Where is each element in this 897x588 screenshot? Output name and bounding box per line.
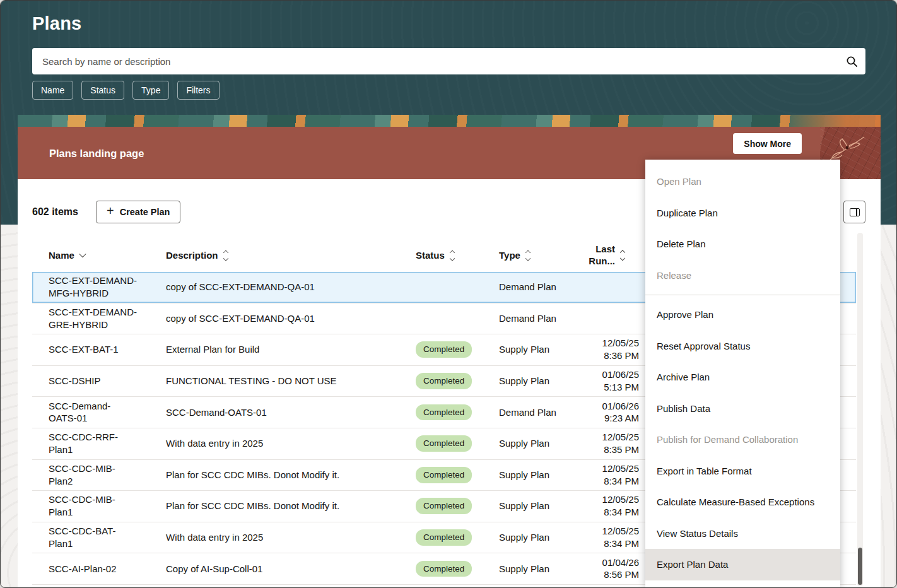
items-count: 602 items: [32, 206, 78, 218]
column-header-status[interactable]: Status: [416, 250, 493, 262]
column-label: Type: [499, 250, 520, 262]
plan-name: SCC-AI-Plan-02: [49, 563, 138, 575]
menu-item-reset-approval-status[interactable]: Reset Approval Status: [645, 331, 840, 362]
plan-description: FUNCTIONAL TESTING - DO NOT USE: [166, 375, 413, 387]
menu-item-view-status-details[interactable]: View Status Details: [645, 518, 840, 550]
show-more-button[interactable]: Show More: [733, 133, 802, 154]
menu-item-duplicate-plan[interactable]: Duplicate Plan: [645, 197, 840, 229]
banner-pattern-strip: [18, 115, 881, 127]
plan-type: Supply Plan: [499, 500, 580, 513]
create-plan-button[interactable]: + Create Plan: [96, 201, 180, 223]
plan-status: Completed: [416, 404, 493, 421]
filter-chip-filters[interactable]: Filters: [177, 81, 219, 100]
menu-item-publish-for-demand-collaboration: Publish for Demand Collaboration: [645, 424, 840, 456]
sort-toggle-icon: [526, 251, 530, 261]
search-input[interactable]: [32, 48, 838, 74]
plan-description: copy of SCC-EXT-DEMAND-QA-01: [166, 281, 413, 293]
menu-item-publish-data[interactable]: Publish Data: [645, 393, 840, 425]
plan-status: Completed: [416, 467, 493, 483]
plan-type: Demand Plan: [499, 312, 580, 325]
plan-last-run: 12/05/258:35 PM: [586, 431, 639, 456]
last-run-time: 8:35 PM: [586, 444, 639, 456]
menu-item-delete-plan[interactable]: Delete Plan: [645, 228, 840, 260]
plan-type: Demand Plan: [499, 406, 580, 419]
plan-name: SCC-EXT-DEMAND-MFG-HYBRID: [49, 275, 138, 300]
banner-title: Plans landing page: [49, 147, 144, 159]
plan-name: SCC-EXT-BAT-1: [49, 344, 138, 356]
plan-type: Supply Plan: [499, 531, 580, 544]
last-run-date: 01/06/25: [586, 368, 639, 381]
status-badge: Completed: [416, 467, 472, 483]
last-run-time: 8:34 PM: [586, 475, 639, 488]
last-run-date: 12/05/25: [586, 494, 639, 507]
plan-name: SCC-Demand-OATS-01: [49, 400, 138, 425]
last-run-date: 12/05/25: [586, 338, 639, 350]
plus-icon: +: [107, 204, 114, 218]
search-icon[interactable]: [838, 56, 865, 68]
last-run-date: 01/06/26: [586, 400, 639, 413]
plan-description: SCC-Demand-OATS-01: [166, 406, 413, 419]
last-run-time: 8:34 PM: [586, 506, 639, 519]
column-label: Name: [49, 250, 74, 262]
plan-last-run: 12/05/258:34 PM: [586, 494, 639, 519]
last-run-time: 8:36 PM: [586, 350, 639, 362]
column-header-name[interactable]: Name: [49, 250, 138, 262]
menu-item-calculate-measure-based-exceptions[interactable]: Calculate Measure-Based Exceptions: [645, 486, 840, 518]
plan-last-run: 12/05/258:34 PM: [586, 525, 639, 550]
filter-chip-bar: NameStatusTypeFilters: [32, 81, 220, 100]
last-run-date: 12/05/25: [586, 525, 639, 538]
plan-name: SCC-CDC-MIB-Plan2: [49, 462, 138, 488]
filter-chip-type[interactable]: Type: [132, 81, 169, 100]
plan-type: Supply Plan: [499, 344, 580, 356]
plan-last-run: 01/06/269:23 AM: [586, 400, 639, 425]
plan-type: Supply Plan: [499, 563, 580, 575]
menu-item-approve-plan[interactable]: Approve Plan: [645, 299, 840, 331]
plans-page: Plans NameStatusTypeFilters Plans landin…: [0, 0, 897, 588]
menu-item-archive-plan[interactable]: Archive Plan: [645, 362, 840, 393]
plan-description: With data entry in 2025: [166, 531, 413, 544]
plan-status: Completed: [416, 342, 493, 358]
plan-last-run: 12/05/258:36 PM: [586, 338, 639, 363]
status-badge: Completed: [416, 529, 472, 546]
status-badge: Completed: [416, 373, 472, 389]
vertical-scrollbar[interactable]: [857, 233, 863, 586]
last-run-time: 8:34 PM: [586, 538, 639, 550]
plan-name: SCC-CDC-MIB-Plan1: [49, 494, 138, 519]
plan-status: Completed: [416, 435, 493, 452]
sort-toggle-icon: [450, 251, 454, 261]
menu-item-export-plan-data[interactable]: Export Plan Data: [645, 549, 840, 580]
column-header-type[interactable]: Type: [499, 250, 580, 262]
sort-desc-icon: [80, 254, 85, 257]
plan-last-run: 12/05/258:34 PM: [586, 462, 639, 488]
column-header-description[interactable]: Description: [166, 250, 413, 262]
plan-name: SCC-DSHIP: [49, 375, 138, 387]
column-label: Description: [166, 250, 218, 262]
status-badge: Completed: [416, 498, 472, 515]
menu-item-open-plan: Open Plan: [645, 166, 840, 197]
search-bar: [32, 48, 865, 74]
plan-status: Completed: [416, 529, 493, 546]
plan-actions-menu: Open PlanDuplicate PlanDelete PlanReleas…: [645, 160, 840, 587]
plan-description: copy of SCC-EXT-DEMAND-QA-01: [166, 312, 413, 325]
plan-status: Completed: [416, 373, 493, 389]
last-run-date: 12/05/25: [586, 431, 639, 444]
menu-item-release: Release: [645, 260, 840, 291]
plan-type: Supply Plan: [499, 437, 580, 450]
last-run-date: 01/04/26: [586, 556, 639, 569]
filter-chip-status[interactable]: Status: [81, 81, 124, 100]
split-panel-icon: [850, 208, 860, 216]
plan-name: SCC-CDC-RRF-Plan1: [49, 431, 138, 456]
toggle-panel-button[interactable]: [843, 201, 865, 223]
column-label: Status: [416, 250, 445, 262]
sort-toggle-icon: [224, 251, 228, 261]
page-title: Plans: [32, 13, 81, 34]
create-plan-label: Create Plan: [120, 207, 170, 217]
column-header-last-run[interactable]: Last Run...: [586, 244, 640, 268]
menu-item-export-in-table-format[interactable]: Export in Table Format: [645, 456, 840, 487]
filter-chip-name[interactable]: Name: [32, 81, 73, 100]
plan-type: Demand Plan: [499, 281, 580, 293]
status-badge: Completed: [416, 435, 472, 452]
scrollbar-thumb[interactable]: [858, 548, 862, 585]
plan-description: Copy of AI-Sup-Coll-01: [166, 563, 413, 575]
plan-name: SCC-EXT-DEMAND-GRE-HYBRID: [49, 306, 138, 331]
